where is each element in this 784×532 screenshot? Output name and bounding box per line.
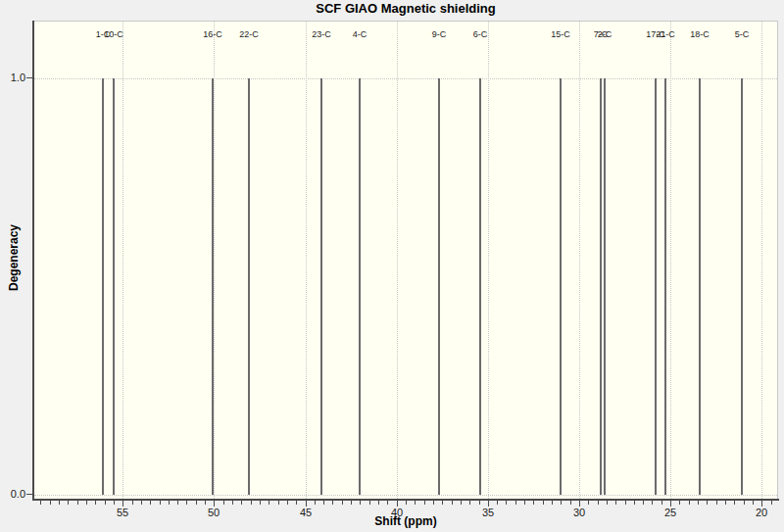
peak-line (655, 78, 657, 495)
x-tick-label: 25 (656, 507, 685, 519)
x-minor-tick (86, 501, 87, 505)
y-tick-label: 1.0 (0, 72, 25, 84)
x-minor-tick (552, 501, 553, 505)
peak-label: 22-C (229, 29, 269, 40)
peak-line (664, 78, 666, 495)
y-axis-label: Degeneracy (6, 209, 22, 307)
plot-frame-right (777, 21, 778, 500)
x-tick-label: 50 (199, 507, 228, 519)
x-minor-tick (469, 501, 470, 505)
x-gridline (122, 22, 123, 499)
x-minor-tick (652, 501, 653, 505)
x-gridline (579, 22, 580, 499)
x-minor-tick (95, 501, 96, 505)
x-minor-tick (40, 501, 41, 505)
peak-label: 15-C (541, 29, 580, 40)
x-gridline (397, 22, 398, 499)
x-minor-tick (387, 501, 388, 505)
peak-line (102, 78, 104, 495)
y-tick (26, 494, 32, 495)
x-minor-tick (232, 501, 233, 505)
x-minor-tick (433, 501, 434, 505)
x-minor-tick (50, 501, 51, 505)
peak-line (699, 78, 701, 495)
peak-line (479, 78, 481, 495)
peak-line (604, 78, 606, 495)
x-minor-tick (598, 501, 599, 505)
x-minor-tick (177, 501, 178, 505)
x-tick-label: 55 (108, 507, 137, 519)
x-minor-tick (278, 501, 279, 505)
peak-label: 9-C (419, 29, 459, 40)
x-minor-tick (506, 501, 507, 505)
x-gridline (670, 22, 671, 499)
x-minor-tick (342, 501, 343, 505)
x-minor-tick (415, 501, 416, 505)
peak-line (248, 78, 250, 495)
x-tick-label: 20 (747, 507, 776, 519)
x-minor-tick (634, 501, 635, 505)
x-minor-tick (323, 501, 324, 505)
x-gridline (214, 22, 215, 499)
x-minor-tick (260, 501, 261, 505)
x-minor-tick (515, 501, 516, 505)
peak-label: 10-C (94, 29, 133, 40)
x-minor-tick (378, 501, 379, 505)
x-minor-tick (543, 501, 544, 505)
x-minor-tick (662, 501, 662, 505)
peak-line (741, 78, 743, 495)
peak-line (212, 78, 214, 495)
peak-line (113, 78, 115, 495)
x-minor-tick (68, 501, 69, 505)
x-tick-label: 40 (382, 507, 412, 519)
x-minor-tick (369, 501, 370, 505)
peak-label: 21-C (646, 29, 685, 40)
x-minor-tick (615, 501, 616, 505)
x-minor-tick (169, 501, 170, 505)
x-minor-tick (287, 501, 288, 505)
x-minor-tick (114, 501, 115, 505)
peak-line (320, 78, 322, 495)
x-minor-tick (607, 501, 608, 505)
x-tick-label: 45 (291, 507, 320, 519)
y-axis-line (32, 21, 34, 501)
x-gridline (488, 22, 489, 499)
x-minor-tick (315, 501, 316, 505)
x-minor-tick (716, 501, 717, 505)
x-minor-tick (561, 501, 562, 505)
x-minor-tick (160, 501, 161, 505)
y-tick (26, 77, 32, 78)
x-minor-tick (141, 501, 142, 505)
x-minor-tick (753, 501, 754, 505)
x-minor-tick (570, 501, 571, 505)
peak-label: 18-C (680, 29, 719, 40)
x-minor-tick (625, 501, 626, 505)
x-minor-tick (332, 501, 333, 505)
x-minor-tick (296, 501, 297, 505)
chart-window: SCF GIAO Magnetic shielding Shift (ppm) … (0, 0, 784, 532)
peak-label: 5-C (722, 29, 761, 40)
x-minor-tick (452, 501, 453, 505)
x-tick-label: 35 (473, 507, 503, 519)
peak-label: 23-C (302, 29, 341, 40)
peak-label: 16-C (193, 29, 232, 40)
y-tick-label: 0.0 (0, 488, 25, 501)
x-minor-tick (725, 501, 726, 505)
x-minor-tick (442, 501, 443, 505)
x-minor-tick (734, 501, 735, 505)
x-minor-tick (406, 501, 407, 505)
peak-line (359, 78, 361, 495)
x-minor-tick (77, 501, 78, 505)
x-gridline (306, 22, 307, 499)
x-minor-tick (771, 501, 772, 505)
x-minor-tick (588, 501, 589, 505)
x-minor-tick (241, 501, 242, 505)
x-minor-tick (707, 501, 708, 505)
x-minor-tick (524, 501, 525, 505)
x-tick-label: 30 (564, 507, 594, 519)
x-minor-tick (351, 501, 352, 505)
plot-background (33, 21, 778, 500)
x-minor-tick (223, 501, 224, 505)
x-minor-tick (679, 501, 680, 505)
plot-frame-top (33, 21, 778, 22)
